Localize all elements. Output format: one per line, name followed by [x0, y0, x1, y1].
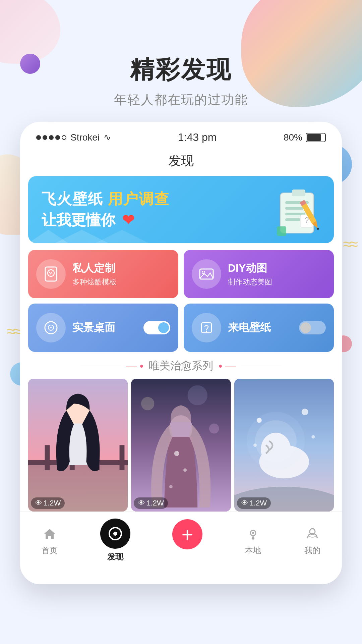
feature-name-ringtone: 来电壁纸 [228, 320, 292, 335]
svg-point-52 [253, 443, 257, 447]
svg-point-37 [188, 385, 207, 405]
nav-label-mine: 我的 [304, 545, 320, 556]
feature-text-ringtone: 来电壁纸 [228, 320, 292, 335]
status-time: 1:43 pm [178, 131, 217, 144]
series-dot-left: — • [126, 360, 143, 372]
banner-line1-highlight: 用户调查 [108, 191, 170, 207]
banner-triangles [28, 226, 334, 243]
battery-fill [307, 134, 321, 141]
eye-icon-2: 👁 [138, 499, 145, 507]
banner-line1: 飞火壁纸 用户调查 [42, 189, 170, 209]
nav-item-discover[interactable]: 发现 [100, 519, 130, 562]
banner-text: 飞火壁纸 用户调查 让我更懂你 ❤ [42, 189, 170, 230]
nav-icon-discover [100, 519, 130, 549]
wifi-icon: ∿ [104, 132, 111, 143]
image-thumb-3[interactable]: 👁 1.2W [234, 379, 334, 512]
signal-dot-4 [55, 135, 60, 140]
feature-desc-custom: 多种炫酷模板 [72, 277, 117, 287]
bottom-nav: 首页 发现 + 本地 [20, 512, 342, 574]
series-line-left [80, 366, 121, 366]
toggle-desktop[interactable] [143, 321, 170, 334]
view-count-3: 1.2W [250, 499, 267, 507]
toggle-ringtone[interactable] [299, 321, 326, 334]
feature-name-custom: 私人定制 [72, 261, 117, 276]
feature-text-desktop: 实景桌面 [72, 320, 137, 335]
svg-rect-32 [120, 445, 125, 470]
toggle-knob-ringtone [300, 322, 311, 333]
status-bar: Strokei ∿ 1:43 pm 80% [20, 122, 342, 149]
eye-icon-3: 👁 [241, 499, 248, 507]
svg-point-36 [141, 397, 155, 411]
feature-icon-custom [36, 259, 66, 289]
banner[interactable]: 飞火壁纸 用户调查 让我更懂你 ❤ [28, 176, 334, 243]
feature-grid: 私人定制 多种炫酷模板 DIY动图 制作动态美图 [28, 250, 334, 352]
hero-section: 精彩发现 年轻人都在玩的过功能 [0, 0, 362, 122]
svg-point-40 [174, 451, 179, 456]
banner-heart: ❤ [122, 212, 134, 228]
nav-icon-mine [304, 525, 321, 542]
bg-wave-right: ≈≈ [343, 235, 355, 253]
nav-label-home: 首页 [42, 545, 58, 556]
nav-icon-add: + [172, 519, 202, 549]
feature-text-diy: DIY动图 制作动态美图 [228, 261, 272, 287]
feature-name-desktop: 实景桌面 [72, 320, 137, 335]
svg-point-25 [206, 331, 207, 332]
signal-dot-2 [43, 135, 47, 140]
eye-icon-1: 👁 [35, 499, 42, 507]
series-header: — • 唯美治愈系列 • — [28, 359, 334, 373]
nav-item-local[interactable]: 本地 [244, 525, 262, 556]
feature-card-diy[interactable]: DIY动图 制作动态美图 [184, 250, 334, 298]
nav-title: 发现 [20, 149, 342, 176]
battery-percent: 80% [284, 132, 302, 143]
svg-point-41 [183, 469, 187, 472]
svg-point-56 [252, 532, 254, 534]
feature-card-ringtone[interactable]: 来电壁纸 [184, 304, 334, 352]
svg-point-50 [301, 409, 308, 415]
feature-name-diy: DIY动图 [228, 261, 272, 276]
svg-marker-15 [95, 230, 149, 243]
nav-icon-local [244, 525, 262, 542]
image-thumb-2[interactable]: 👁 1.2W [131, 379, 231, 512]
phone-mockup: Strokei ∿ 1:43 pm 80% 发现 飞火壁纸 用户调查 让我更懂你… [20, 122, 342, 584]
signal-dots [36, 135, 66, 140]
image-label-2: 👁 1.2W [134, 497, 168, 509]
series-title: 唯美治愈系列 [149, 359, 213, 373]
svg-rect-4 [285, 218, 300, 221]
feature-icon-desktop [36, 313, 66, 342]
signal-dot-5 [62, 135, 66, 140]
battery-bar [306, 133, 326, 142]
series-line-right [241, 366, 282, 366]
svg-rect-29 [45, 445, 50, 470]
svg-rect-16 [45, 267, 57, 281]
svg-point-49 [257, 418, 262, 423]
feature-card-desktop[interactable]: 实景桌面 [28, 304, 178, 352]
svg-point-38 [209, 424, 219, 434]
svg-point-48 [247, 412, 305, 470]
image-label-3: 👁 1.2W [237, 497, 271, 509]
banner-line1-normal: 飞火壁纸 [42, 191, 108, 207]
content-area: 飞火壁纸 用户调查 让我更懂你 ❤ [20, 176, 342, 512]
svg-point-51 [311, 435, 315, 438]
nav-item-mine[interactable]: 我的 [304, 525, 321, 556]
svg-point-42 [169, 485, 173, 488]
image-thumb-1[interactable]: 👁 1.2W [28, 379, 128, 512]
carrier-name: Strokei [70, 132, 100, 143]
svg-point-18 [49, 272, 50, 273]
nav-item-add[interactable]: + [172, 519, 202, 561]
feature-card-custom[interactable]: 私人定制 多种炫酷模板 [28, 250, 178, 298]
series-dot-right: • — [219, 360, 236, 372]
svg-point-21 [202, 271, 205, 274]
hero-title: 精彩发现 [0, 54, 362, 86]
image-grid: 👁 1.2W [28, 379, 334, 512]
hero-subtitle: 年轻人都在玩的过功能 [0, 91, 362, 108]
feature-text-custom: 私人定制 多种炫酷模板 [72, 261, 117, 287]
svg-rect-7 [292, 190, 305, 196]
signal-dot-1 [36, 135, 41, 140]
banner-line2-text: 让我更懂你 [42, 212, 115, 228]
view-count-2: 1.2W [146, 499, 164, 507]
svg-rect-2 [285, 207, 304, 210]
svg-point-54 [113, 532, 117, 536]
feature-icon-ringtone [192, 313, 221, 342]
nav-icon-home [41, 525, 58, 542]
nav-item-home[interactable]: 首页 [41, 525, 58, 556]
